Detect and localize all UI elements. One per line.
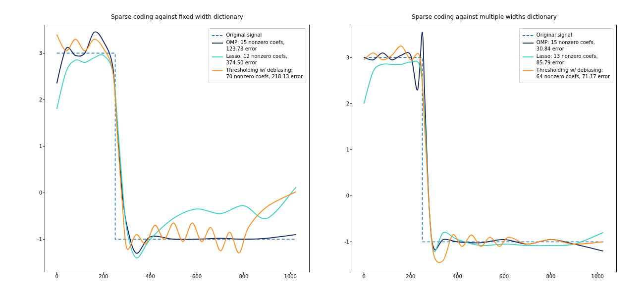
y-tick [350, 149, 352, 150]
y-tick-label: 3 [346, 55, 349, 60]
x-tick-label: 400 [146, 274, 155, 279]
y-tick [350, 103, 352, 104]
x-tick-label: 0 [55, 274, 58, 279]
y-tick-label: -1 [37, 237, 42, 242]
right-axes: Sparse coding against multiple widths di… [352, 25, 617, 272]
x-tick-label: 1000 [284, 274, 297, 279]
left-legend: Original signalOMP: 15 nonzero coefs, 12… [209, 28, 306, 83]
series-original-signal [364, 57, 603, 242]
y-tick-label: 2 [346, 101, 349, 106]
x-tick-label: 400 [453, 274, 462, 279]
legend-label: OMP: 15 nonzero coefs, 123.78 error [226, 39, 284, 52]
legend-swatch [523, 41, 534, 46]
legend-swatch [523, 68, 534, 73]
left-title: Sparse coding against fixed width dictio… [45, 13, 309, 20]
y-tick [43, 193, 45, 193]
legend-label: Original signal [226, 32, 262, 38]
legend-swatch [212, 54, 223, 59]
legend-swatch [212, 41, 223, 46]
x-tick-label: 600 [499, 274, 509, 279]
legend-row: Lasso: 12 nonzero coefs, 374.50 error [212, 53, 303, 66]
y-tick [43, 239, 45, 240]
x-tick-label: 200 [406, 274, 415, 279]
x-tick-label: 1000 [591, 274, 604, 279]
legend-label: Original signal [537, 32, 572, 38]
y-tick [43, 99, 45, 100]
right-legend: Original signalOMP: 15 nonzero coefs, 30… [519, 28, 613, 83]
y-tick-label: 2 [39, 97, 42, 102]
legend-label: Lasso: 13 nonzero coefs, 85.79 error [537, 53, 598, 66]
legend-label: Lasso: 12 nonzero coefs, 374.50 error [226, 53, 287, 66]
y-tick-label: 1 [346, 147, 349, 152]
legend-row: OMP: 15 nonzero coefs, 123.78 error [212, 39, 303, 52]
y-tick [350, 242, 352, 242]
x-tick-label: 800 [239, 274, 248, 279]
x-tick-label: 200 [99, 274, 108, 279]
legend-label: Thresholding w/ debiasing: 64 nonzero co… [537, 67, 610, 80]
legend-swatch [212, 33, 223, 38]
y-tick-label: 1 [39, 144, 42, 149]
y-tick [43, 53, 45, 53]
y-tick-label: 0 [39, 190, 42, 196]
y-tick-label: 3 [39, 50, 42, 56]
legend-row: Original signal [212, 32, 303, 38]
x-tick-label: 0 [362, 274, 365, 279]
y-tick [43, 146, 45, 147]
legend-row: Original signal [523, 32, 610, 38]
x-tick-label: 600 [192, 274, 202, 279]
y-tick-label: 0 [346, 193, 349, 198]
legend-row: Thresholding w/ debiasing: 64 nonzero co… [523, 67, 610, 80]
legend-swatch [212, 68, 223, 73]
y-tick [350, 196, 352, 196]
x-tick-label: 800 [546, 274, 555, 279]
legend-label: OMP: 15 nonzero coefs, 30.84 error [537, 39, 595, 52]
series-lasso [364, 61, 603, 251]
legend-row: Thresholding w/ debiasing: 70 nonzero co… [212, 67, 303, 80]
legend-row: Lasso: 13 nonzero coefs, 85.79 error [523, 53, 610, 66]
legend-swatch [523, 33, 534, 38]
right-title: Sparse coding against multiple widths di… [352, 13, 616, 20]
y-tick [350, 57, 352, 58]
y-tick-label: -1 [344, 239, 349, 245]
left-axes: Sparse coding against fixed width dictio… [45, 25, 310, 272]
legend-swatch [523, 54, 534, 59]
legend-row: OMP: 15 nonzero coefs, 30.84 error [523, 39, 610, 52]
figure: Sparse coding against fixed width dictio… [0, 0, 644, 297]
legend-label: Thresholding w/ debiasing: 70 nonzero co… [226, 67, 303, 80]
